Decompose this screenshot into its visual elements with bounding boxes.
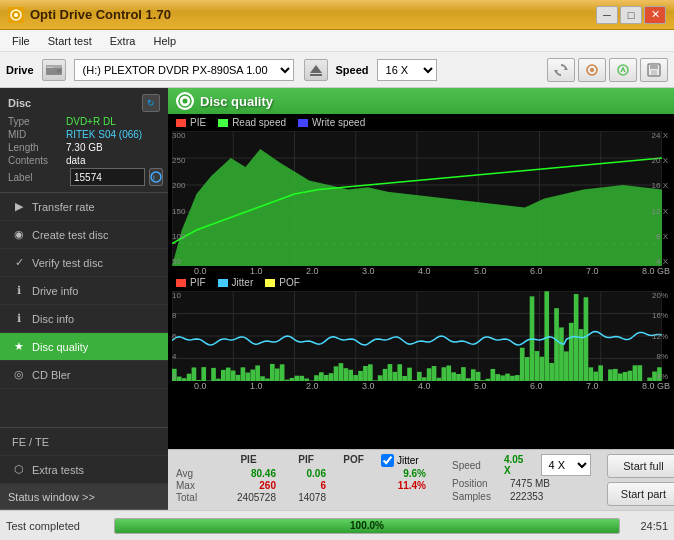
pif-legend-label: PIF bbox=[190, 277, 206, 288]
drive-info-icon: ℹ bbox=[12, 284, 26, 298]
disc-type-value: DVD+R DL bbox=[66, 116, 116, 127]
disc-label-input[interactable]: 15574 bbox=[70, 168, 145, 186]
sidebar-item-extra-tests[interactable]: ⬡ Extra tests bbox=[0, 456, 168, 484]
menu-bar: File Start test Extra Help bbox=[0, 30, 674, 52]
pif-legend-dot bbox=[176, 279, 186, 287]
avg-pof bbox=[336, 468, 371, 479]
menu-file[interactable]: File bbox=[4, 33, 38, 49]
erase-button[interactable] bbox=[578, 58, 606, 82]
content-area: Disc quality PIE Read speed bbox=[168, 88, 674, 510]
svg-text:i: i bbox=[153, 173, 155, 182]
menu-start-test[interactable]: Start test bbox=[40, 33, 100, 49]
speed-select-small[interactable]: 4 X8 X16 X bbox=[541, 454, 591, 476]
sidebar-item-transfer-rate[interactable]: ▶ Transfer rate bbox=[0, 193, 168, 221]
sidebar-item-disc-quality[interactable]: ★ Disc quality bbox=[0, 333, 168, 361]
total-pif: 14078 bbox=[286, 492, 326, 503]
charts-container: PIE Read speed Write speed 24 X20 X16 X1… bbox=[168, 114, 674, 449]
refresh-button[interactable] bbox=[547, 58, 575, 82]
sidebar-item-disc-info[interactable]: ℹ Disc info bbox=[0, 305, 168, 333]
save-button[interactable] bbox=[640, 58, 668, 82]
window-controls: ─ □ ✕ bbox=[596, 6, 666, 24]
disc-mid-label: MID bbox=[8, 129, 66, 140]
jitter-checkbox[interactable] bbox=[381, 454, 394, 467]
drive-browse-icon[interactable] bbox=[42, 59, 66, 81]
disc-length-label: Length bbox=[8, 142, 66, 153]
upper-chart: PIE Read speed Write speed 24 X20 X16 X1… bbox=[168, 114, 674, 274]
stats-bar: PIE PIF POF Jitter Avg 80.46 0.06 9.6% bbox=[168, 449, 674, 510]
drive-select[interactable]: (H:) PLEXTOR DVDR PX-890SA 1.00 bbox=[74, 59, 294, 81]
sidebar-item-fe-te[interactable]: FE / TE bbox=[0, 428, 168, 456]
svg-marker-6 bbox=[310, 65, 322, 73]
upper-chart-canvas bbox=[172, 131, 662, 266]
sidebar-item-cd-bler[interactable]: ◎ CD Bler bbox=[0, 361, 168, 389]
start-part-button[interactable]: Start part bbox=[607, 482, 674, 506]
sidebar-item-create-test-disc[interactable]: ◉ Create test disc bbox=[0, 221, 168, 249]
disc-contents-label: Contents bbox=[8, 155, 66, 166]
close-button[interactable]: ✕ bbox=[644, 6, 666, 24]
check-icon: ✓ bbox=[12, 256, 26, 270]
progress-bar-fill: 100.0% bbox=[115, 519, 619, 533]
lower-x-axis: 0.01.02.03.04.05.06.07.08.0 GB bbox=[168, 381, 674, 391]
disc-quality-header: Disc quality bbox=[168, 88, 674, 114]
extra-icon: ⬡ bbox=[12, 463, 26, 477]
pof-legend-dot bbox=[265, 279, 275, 287]
time-display: 24:51 bbox=[628, 520, 668, 532]
sidebar: Disc ↻ Type DVD+R DL MID RITEK S04 (066)… bbox=[0, 88, 168, 510]
avg-pie: 80.46 bbox=[221, 468, 276, 479]
avg-jitter: 9.6% bbox=[381, 468, 426, 479]
samples-key: Samples bbox=[452, 491, 504, 502]
max-pof bbox=[336, 480, 371, 491]
jitter-header: Jitter bbox=[397, 455, 419, 466]
jitter-legend-label: Jitter bbox=[232, 277, 254, 288]
pie-legend-label: PIE bbox=[190, 117, 206, 128]
menu-extra[interactable]: Extra bbox=[102, 33, 144, 49]
chart-icon: ▶ bbox=[12, 200, 26, 214]
drive-action-buttons bbox=[547, 58, 668, 82]
maximize-button[interactable]: □ bbox=[620, 6, 642, 24]
lower-chart: PIF Jitter POF 20%16%12%8%4% bbox=[168, 274, 674, 449]
svg-rect-5 bbox=[47, 67, 53, 68]
max-pif: 6 bbox=[286, 480, 326, 491]
write-speed-legend-dot bbox=[298, 119, 308, 127]
progress-pct: 100.0% bbox=[350, 520, 384, 531]
disc-refresh-button[interactable]: ↻ bbox=[142, 94, 160, 112]
samples-value: 222353 bbox=[510, 491, 543, 502]
write-speed-legend-label: Write speed bbox=[312, 117, 365, 128]
drive-eject-icon[interactable] bbox=[304, 59, 328, 81]
max-label: Max bbox=[176, 480, 211, 491]
menu-help[interactable]: Help bbox=[145, 33, 184, 49]
svg-rect-14 bbox=[650, 64, 658, 69]
start-full-button[interactable]: Start full bbox=[607, 454, 674, 478]
sidebar-item-verify-test-disc[interactable]: ✓ Verify test disc bbox=[0, 249, 168, 277]
app-icon bbox=[8, 7, 24, 23]
pof-legend-label: POF bbox=[279, 277, 300, 288]
status-text: Test completed bbox=[6, 520, 106, 532]
disc-label-btn[interactable]: i bbox=[149, 168, 163, 186]
disc-length-value: 7.30 GB bbox=[66, 142, 103, 153]
bottom-bar: Test completed 100.0% 24:51 bbox=[0, 510, 674, 540]
read-speed-legend-dot bbox=[218, 119, 228, 127]
pof-header: POF bbox=[336, 454, 371, 467]
disc-quality-title: Disc quality bbox=[200, 94, 273, 109]
speed-select[interactable]: 16 X bbox=[377, 59, 437, 81]
disc-panel-title: Disc bbox=[8, 97, 31, 109]
chart-legend-lower: PIF Jitter POF bbox=[168, 274, 674, 291]
svg-point-1 bbox=[14, 13, 18, 17]
main-layout: Disc ↻ Type DVD+R DL MID RITEK S04 (066)… bbox=[0, 88, 674, 510]
sidebar-item-drive-info[interactable]: ℹ Drive info bbox=[0, 277, 168, 305]
disc-label-label: Label bbox=[8, 172, 66, 183]
cd-icon: ◎ bbox=[12, 368, 26, 382]
minimize-button[interactable]: ─ bbox=[596, 6, 618, 24]
speed-value: 4.05 X bbox=[504, 454, 530, 476]
status-window-button[interactable]: Status window >> bbox=[0, 484, 168, 510]
nav-items: ▶ Transfer rate ◉ Create test disc ✓ Ver… bbox=[0, 193, 168, 427]
star-icon: ★ bbox=[12, 340, 26, 354]
burn-button[interactable] bbox=[609, 58, 637, 82]
svg-rect-7 bbox=[310, 74, 322, 76]
pie-legend-dot bbox=[176, 119, 186, 127]
jitter-check-container: Jitter bbox=[381, 454, 419, 467]
avg-pif: 0.06 bbox=[286, 468, 326, 479]
svg-point-19 bbox=[183, 99, 188, 104]
app-title: Opti Drive Control 1.70 bbox=[30, 7, 171, 22]
svg-point-4 bbox=[57, 69, 61, 73]
